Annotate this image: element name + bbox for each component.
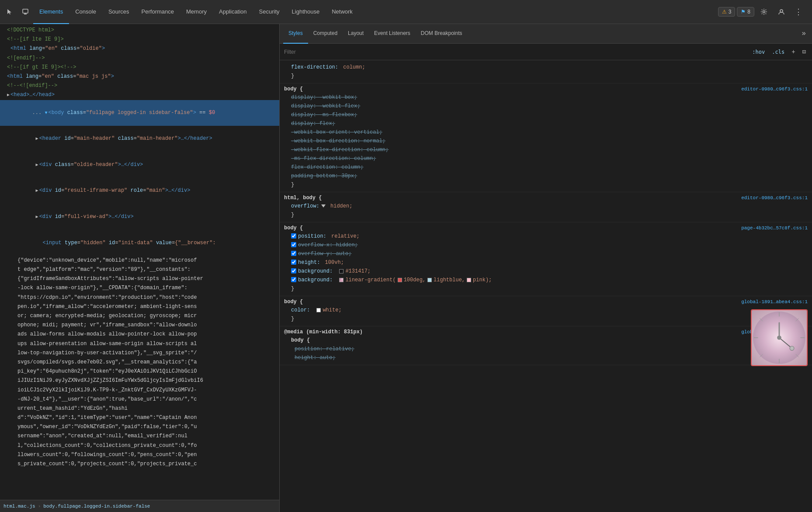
checkbox-height[interactable]	[291, 259, 296, 265]
add-style-icon[interactable]: +	[790, 48, 797, 56]
rule-selector-body3: body {	[284, 299, 303, 305]
color-swatch-pink[interactable]	[467, 278, 471, 282]
cls-button[interactable]: .cls	[770, 48, 786, 56]
style-rule-header-body3: body { global-1891…abea4.css:1	[284, 299, 808, 305]
css-prop-height-auto: height: auto;	[284, 353, 808, 362]
color-picker-overlay[interactable]	[751, 309, 808, 366]
devtools-toolbar: Elements Console Sources Performance Mem…	[0, 0, 812, 24]
tab-security[interactable]: Security	[253, 0, 286, 24]
html-line: ▶<header id="main-header" class="main-he…	[0, 126, 279, 152]
tab-application[interactable]: Application	[213, 0, 253, 24]
hov-button[interactable]: :hov	[750, 48, 767, 56]
more-tabs-icon[interactable]: »	[799, 30, 809, 38]
filter-input[interactable]	[284, 49, 747, 55]
rule-source-body3[interactable]: global-1891…abea4.css:1	[741, 299, 808, 304]
svg-point-3	[780, 10, 783, 12]
user-icon[interactable]	[774, 4, 789, 20]
tab-performance[interactable]: Performance	[135, 0, 180, 24]
flag-icon: ⚑	[741, 9, 746, 15]
html-line: {"device":"unknown_device","mobile":null…	[0, 256, 279, 265]
filter-bar: :hov .cls + ⊡	[280, 44, 812, 60]
css-prop-overflow: overflow: hidden;	[284, 202, 808, 211]
style-rule-header-body2: body { page-4b32bc…57c8f.css:1	[284, 225, 808, 231]
html-line-selected[interactable]: ... ▼<body class="fullpage logged-in sid…	[0, 100, 279, 126]
color-picker-svg	[752, 309, 807, 366]
color-swatch-white[interactable]	[316, 308, 321, 312]
css-prop-close-brace3: }	[284, 284, 808, 293]
checkbox-overflow-y[interactable]	[291, 251, 296, 256]
html-line: ads allow-forms allow-modals allow-point…	[0, 330, 279, 339]
html-line: ▶<head>…</head>	[0, 90, 279, 100]
html-line: <![endif]-->	[0, 54, 279, 63]
tab-lighthouse[interactable]: Lighthouse	[286, 0, 326, 24]
color-swatch-lightblue[interactable]	[427, 278, 432, 282]
checkbox-overflow-x[interactable]	[291, 242, 296, 247]
style-rule-body-3: body { global-1891…abea4.css:1 color: wh…	[280, 296, 812, 326]
angle-swatch[interactable]	[398, 278, 402, 282]
css-prop-close-brace: }	[284, 72, 808, 80]
html-line: pen.io","iframe_allow":"accelerometer; a…	[0, 302, 279, 311]
triangle-icon[interactable]	[321, 204, 326, 208]
style-rule-media: @media (min-width: 831px) global-1891…ab…	[280, 326, 812, 365]
tab-sources[interactable]: Sources	[102, 0, 135, 24]
inspect-icon[interactable]	[17, 4, 33, 20]
more-icon[interactable]: ⋮	[791, 4, 807, 20]
rule-selector-media: @media (min-width: 831px)	[284, 329, 363, 335]
tab-dom-breakpoints[interactable]: DOM Breakpoints	[416, 24, 468, 44]
html-line: "https://cdpn.io","environment":"product…	[0, 293, 279, 302]
html-line: ophone; midi; payment; vr","iframe_sandb…	[0, 321, 279, 330]
tab-network[interactable]: Network	[326, 0, 359, 24]
html-line: ▶<div id="full-view-ad">…</div>	[0, 204, 279, 230]
settings-icon[interactable]	[756, 4, 772, 20]
css-prop-color: color: white;	[284, 306, 808, 315]
tab-layout[interactable]: Layout	[343, 24, 369, 44]
tab-styles[interactable]: Styles	[283, 24, 308, 44]
cursor-icon[interactable]	[2, 4, 17, 20]
html-line: <!--[if gt IE 9]><!-->	[0, 63, 279, 72]
rule-selector-body2: body {	[284, 225, 303, 231]
color-swatch-bg[interactable]	[339, 269, 344, 273]
css-prop-height-100vh: height: 100vh;	[284, 258, 808, 267]
html-line: ioiLCJ1c2VyX2lkIjoiKiJ9.K-TP9-k-_ZnktGVf…	[0, 386, 279, 395]
elements-content[interactable]: <!DOCTYPE html> <!--[if lte IE 9]> <html…	[0, 24, 279, 500]
html-line: <!--<![endif]-->	[0, 81, 279, 90]
css-prop-display-webkit-flex: display: -webkit-flex;	[284, 102, 808, 111]
warnings-badge[interactable]: ⚠ 3	[718, 7, 736, 17]
html-line: s_private_count":0,"projects_count":0,"p…	[0, 460, 279, 469]
css-prop-ms-flex-direction: -ms-flex-direction: column;	[284, 154, 808, 163]
color-swatch-gradient[interactable]	[339, 278, 344, 282]
html-line: ups allow-presentation allow-same-origin…	[0, 339, 279, 349]
html-line: -dNJ-20_t4"},"__user":{"anon":true,"base…	[0, 395, 279, 404]
css-prop-overflow-x: overflow-x: hidden;	[284, 241, 808, 249]
css-prop-close-brace2: }	[284, 211, 808, 219]
checkbox-bg-gradient[interactable]	[291, 277, 296, 282]
css-prop-display-webkit-box: display: -webkit-box;	[284, 93, 808, 102]
css-prop-display-flex: display: flex;	[284, 119, 808, 128]
svg-point-15	[777, 336, 781, 340]
tab-elements[interactable]: Elements	[33, 0, 69, 24]
tab-console[interactable]: Console	[69, 0, 102, 24]
checkbox-position[interactable]	[291, 233, 296, 239]
svg-rect-1	[24, 14, 27, 14]
checkbox-bg-color[interactable]	[291, 268, 296, 273]
footer-link-body[interactable]: body.fullpage.logged-in.sidebar-false	[43, 504, 150, 509]
tab-event-listeners[interactable]: Event Listeners	[369, 24, 416, 44]
toggle-panel-icon[interactable]: ⊡	[801, 47, 808, 56]
svg-rect-0	[23, 9, 28, 13]
footer-link-html[interactable]: html.mac.js	[3, 504, 35, 509]
html-line: d":"VoDkNZ","id":1,"itemType":"user","na…	[0, 413, 279, 422]
html-line: l,"collections_count":0,"collections_pri…	[0, 441, 279, 450]
css-prop-close-brace4: }	[284, 315, 808, 323]
css-prop-webkit-box-direction: -webkit-box-direction: normal;	[284, 137, 808, 145]
flags-badge[interactable]: ⚑ 8	[737, 7, 754, 17]
rule-source-html-body[interactable]: editor-0980…c96f3.css:1	[741, 195, 808, 201]
tab-memory[interactable]: Memory	[180, 0, 213, 24]
rule-source-body2[interactable]: page-4b32bc…57c8f.css:1	[741, 225, 808, 231]
styles-panel: Styles Computed Layout Event Listeners D…	[280, 24, 812, 512]
tab-computed[interactable]: Computed	[308, 24, 343, 44]
svg-point-2	[763, 11, 765, 13]
main-layout: <!DOCTYPE html> <!--[if lte IE 9]> <html…	[0, 24, 812, 512]
style-rule-header-media: @media (min-width: 831px) global-1891…ab…	[284, 329, 808, 335]
rule-source[interactable]: editor-0980…c96f3.css:1	[741, 86, 808, 92]
styles-content[interactable]: flex-direction: column; } body { editor-…	[280, 60, 812, 512]
